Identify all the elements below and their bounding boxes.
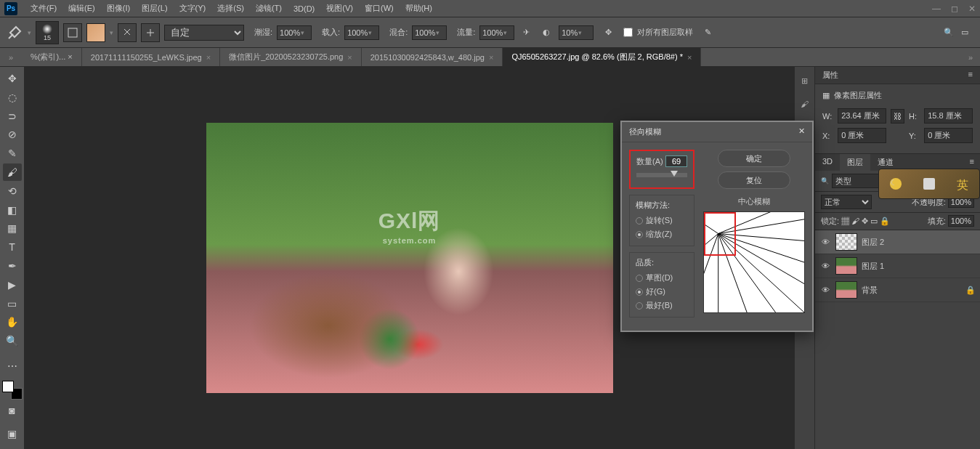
- tab-doc-4[interactable]: 20151030092425843,w_480.jpg×: [362, 48, 503, 66]
- screenmode-tool[interactable]: ▣: [3, 424, 22, 443]
- radio-zoom[interactable]: 缩放(Z): [636, 227, 688, 241]
- marquee-tool[interactable]: ◌: [3, 89, 22, 106]
- close-icon[interactable]: ×: [687, 53, 692, 62]
- brush-load-swatch[interactable]: [86, 23, 105, 42]
- radio-spin[interactable]: 旋转(S): [636, 214, 688, 227]
- pen-tool[interactable]: ✒: [3, 257, 22, 275]
- airbrush-icon[interactable]: ✈: [523, 28, 530, 37]
- preset-select[interactable]: 自定: [164, 25, 244, 41]
- color-swatches[interactable]: [2, 381, 23, 400]
- properties-tab[interactable]: 属性≡: [815, 67, 980, 84]
- clean-brush-icon[interactable]: [141, 23, 160, 42]
- sample-all-checkbox[interactable]: [623, 28, 633, 37]
- menu-file[interactable]: 文件(F): [25, 3, 62, 14]
- extra-value[interactable]: 10%▾: [559, 25, 594, 40]
- layer-item[interactable]: 👁 图层 1: [815, 254, 980, 278]
- menu-help[interactable]: 帮助(H): [400, 3, 438, 14]
- panel-menu-icon[interactable]: ≡: [968, 70, 973, 81]
- history-brush-tool[interactable]: ⟲: [3, 182, 22, 200]
- lock-paint-icon[interactable]: 🖌: [851, 217, 859, 225]
- lasso-tool[interactable]: ⊃: [3, 108, 22, 125]
- tab-3d[interactable]: 3D: [815, 154, 840, 171]
- close-icon[interactable]: ×: [347, 53, 352, 62]
- lock-transparent-icon[interactable]: ▦: [841, 217, 849, 225]
- document-canvas[interactable]: GXl网 system.com: [206, 123, 613, 393]
- visibility-icon[interactable]: 👁: [819, 286, 831, 294]
- search-icon[interactable]: 🔍: [944, 28, 954, 37]
- x-value[interactable]: 0 厘米: [838, 128, 886, 143]
- menu-type[interactable]: 文字(Y): [174, 3, 212, 14]
- tablet-icon[interactable]: ✎: [705, 28, 711, 37]
- spray-icon[interactable]: ◐: [543, 28, 550, 37]
- lock-all-icon[interactable]: 🔒: [880, 217, 890, 225]
- amount-slider[interactable]: [636, 173, 687, 177]
- tab-overflow-icon[interactable]: »: [961, 48, 980, 66]
- quickmask-tool[interactable]: ◙: [3, 401, 22, 420]
- mix-value[interactable]: 100%▾: [412, 25, 447, 40]
- radio-draft[interactable]: 草图(D): [636, 271, 688, 285]
- expand-left-icon[interactable]: »: [0, 48, 22, 66]
- menu-edit[interactable]: 编辑(E): [62, 3, 101, 14]
- y-value[interactable]: 0 厘米: [924, 128, 973, 143]
- load-value[interactable]: 100%▾: [344, 25, 379, 40]
- menu-layer[interactable]: 图层(L): [136, 3, 173, 14]
- visibility-icon[interactable]: 👁: [819, 238, 831, 246]
- ok-button[interactable]: 确定: [718, 150, 790, 167]
- layer-item[interactable]: 👁 背景 🔒: [815, 278, 980, 302]
- menu-select[interactable]: 选择(S): [211, 3, 250, 14]
- blend-mode-select[interactable]: 正常: [821, 195, 872, 209]
- blur-center-preview[interactable]: [703, 211, 805, 313]
- radio-best[interactable]: 最好(B): [636, 299, 688, 312]
- brush-panel-button[interactable]: [63, 23, 82, 42]
- eraser-tool[interactable]: ◧: [3, 201, 22, 219]
- tab-doc-1[interactable]: %(索引)... ×: [22, 48, 82, 66]
- tab-doc-5[interactable]: QJ6505263227.jpg @ 82.6% (图层 2, RGB/8#) …: [503, 48, 701, 66]
- menu-image[interactable]: 图像(I): [101, 3, 136, 14]
- layer-item[interactable]: 👁 图层 2: [815, 230, 980, 254]
- link-icon[interactable]: ⛓: [891, 109, 904, 124]
- lock-position-icon[interactable]: ✥: [862, 217, 868, 225]
- radio-good[interactable]: 好(G): [636, 285, 688, 299]
- menu-3d[interactable]: 3D(D): [288, 4, 320, 13]
- tablet-pressure-icon[interactable]: ✥: [605, 28, 612, 37]
- close-icon[interactable]: ✕: [798, 126, 805, 137]
- ad-banner[interactable]: ☾ 英: [878, 169, 980, 199]
- chevron-down-icon[interactable]: ▾: [28, 29, 31, 36]
- w-value[interactable]: 23.64 厘米: [838, 108, 886, 124]
- close-icon[interactable]: ×: [206, 53, 211, 62]
- layer-thumb[interactable]: [835, 257, 857, 275]
- move-tool[interactable]: ✥: [3, 70, 22, 87]
- brushes-icon[interactable]: 🖌: [798, 97, 811, 110]
- minimize-icon[interactable]: —: [932, 4, 941, 14]
- close-icon[interactable]: ×: [489, 53, 493, 62]
- flow-value[interactable]: 100%▾: [479, 25, 514, 40]
- brush-preview[interactable]: 15: [36, 21, 59, 44]
- amount-input[interactable]: [665, 155, 687, 167]
- close-icon[interactable]: ✕: [968, 4, 976, 14]
- wet-value[interactable]: 100%▾: [277, 25, 312, 40]
- hand-tool[interactable]: ✋: [3, 314, 22, 331]
- edit-toolbar[interactable]: ⋯: [3, 358, 22, 376]
- menu-filter[interactable]: 滤镜(T): [250, 3, 288, 14]
- visibility-icon[interactable]: 👁: [819, 262, 831, 270]
- path-select-tool[interactable]: ▶: [3, 276, 22, 294]
- lock-artboard-icon[interactable]: ▭: [870, 217, 878, 225]
- eyedropper-tool[interactable]: ✎: [3, 145, 22, 162]
- fill-value[interactable]: 100%: [948, 215, 974, 227]
- quick-select-tool[interactable]: ⊘: [3, 126, 22, 143]
- load-brush-icon[interactable]: [118, 23, 137, 42]
- adjustments-icon[interactable]: ⊞: [798, 74, 811, 87]
- menu-window[interactable]: 窗口(W): [359, 3, 400, 14]
- mixer-brush-tool-icon[interactable]: [6, 24, 23, 41]
- foreground-color[interactable]: [2, 381, 14, 392]
- chevron-down-icon[interactable]: ▾: [110, 29, 113, 36]
- menu-view[interactable]: 视图(V): [320, 3, 359, 14]
- gradient-tool[interactable]: ▦: [3, 220, 22, 238]
- shape-tool[interactable]: ▭: [3, 295, 22, 312]
- tab-layers[interactable]: 图层: [840, 154, 870, 171]
- tab-doc-3[interactable]: 微信图片_20200523230725.png×: [220, 48, 362, 66]
- workspace-icon[interactable]: ▭: [961, 28, 968, 37]
- tab-doc-2[interactable]: 20171111150255_LeWKS.jpeg×: [82, 48, 220, 66]
- type-tool[interactable]: T: [3, 238, 22, 256]
- h-value[interactable]: 15.8 厘米: [924, 108, 973, 124]
